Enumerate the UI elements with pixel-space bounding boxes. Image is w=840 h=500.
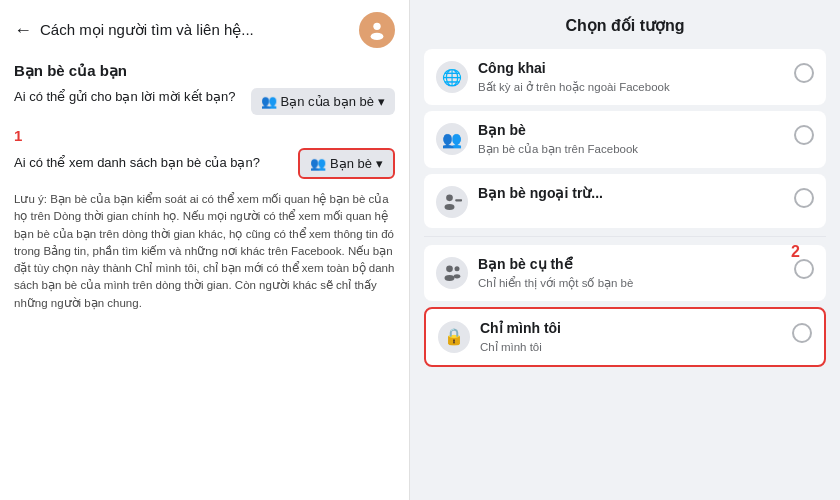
avatar[interactable] [359, 12, 395, 48]
option-public-text: Công khai Bất kỳ ai ở trên hoặc ngoài Fa… [478, 59, 794, 95]
step-badge-1: 1 [14, 127, 22, 144]
radio-friends[interactable] [794, 125, 814, 145]
section-title-friends: Bạn bè của bạn [14, 62, 395, 80]
chevron-down-icon-2: ▾ [376, 156, 383, 171]
option-friends-desc: Bạn bè của bạn trên Facebook [478, 141, 794, 157]
radio-public[interactable] [794, 63, 814, 83]
left-panel: ← Cách mọi người tìm và liên hệ... Bạn b… [0, 0, 410, 500]
svg-point-6 [445, 275, 455, 281]
option-public[interactable]: 🌐 Công khai Bất kỳ ai ở trên hoặc ngoài … [424, 49, 826, 105]
option-friends-text: Bạn bè Bạn bè của bạn trên Facebook [478, 121, 794, 157]
option-only-me-title: Chỉ mình tôi [480, 319, 792, 337]
setting-row-friends-list: Ai có thể xem danh sách bạn bè của bạn? … [14, 148, 395, 179]
radio-specific-friends[interactable] [794, 259, 814, 279]
option-specific-friends-desc: Chỉ hiển thị với một số bạn bè [478, 275, 794, 291]
option-specific-friends[interactable]: Bạn bè cụ thể Chỉ hiển thị với một số bạ… [424, 245, 826, 301]
friends-except-icon [436, 186, 468, 218]
friends-list-dropdown[interactable]: 👥 Bạn bè ▾ [298, 148, 395, 179]
option-public-title: Công khai [478, 59, 794, 77]
globe-icon: 🌐 [436, 61, 468, 93]
svg-point-5 [446, 265, 453, 272]
header-bar: ← Cách mọi người tìm và liên hệ... [14, 12, 395, 48]
svg-point-0 [373, 23, 380, 30]
option-specific-friends-title: Bạn bè cụ thể [478, 255, 794, 273]
row2-btn-label: Bạn bè [330, 156, 372, 171]
friend-request-dropdown[interactable]: 👥 Bạn của bạn bè ▾ [251, 88, 395, 115]
friends-of-friends-icon: 👥 [261, 94, 277, 109]
row1-btn-label: Bạn của bạn bè [281, 94, 374, 109]
panel-title: Chọn đối tượng [424, 16, 826, 35]
option-friends-except[interactable]: Bạn bè ngoại trừ... [424, 174, 826, 228]
svg-point-8 [454, 274, 461, 278]
option-only-me-desc: Chỉ mình tôi [480, 339, 792, 355]
specific-friends-icon [436, 257, 468, 289]
option-only-me[interactable]: 🔒 Chỉ mình tôi Chỉ mình tôi [424, 307, 826, 367]
divider [424, 236, 826, 237]
svg-point-1 [371, 33, 384, 40]
right-panel: Chọn đối tượng 🌐 Công khai Bất kỳ ai ở t… [410, 0, 840, 500]
setting-row-friend-request: Ai có thể gửi cho bạn lời mời kết bạn? 👥… [14, 88, 395, 115]
row1-label: Ai có thể gửi cho bạn lời mời kết bạn? [14, 88, 251, 106]
chevron-down-icon: ▾ [378, 94, 385, 109]
radio-only-me[interactable] [792, 323, 812, 343]
option-friends-except-text: Bạn bè ngoại trừ... [478, 184, 794, 202]
back-arrow-icon[interactable]: ← [14, 20, 32, 41]
friends-list-description: Lưu ý: Bạn bè của bạn kiểm soát ai có th… [14, 191, 395, 312]
svg-point-2 [446, 194, 453, 201]
friends-icon-opt: 👥 [436, 123, 468, 155]
svg-point-7 [455, 266, 460, 271]
step-badge-2: 2 [791, 243, 800, 261]
header-title: Cách mọi người tìm và liên hệ... [40, 21, 359, 39]
option-friends[interactable]: 👥 Bạn bè Bạn bè của bạn trên Facebook [424, 111, 826, 167]
lock-icon: 🔒 [438, 321, 470, 353]
option-friends-title: Bạn bè [478, 121, 794, 139]
svg-point-3 [445, 204, 455, 210]
option-public-desc: Bất kỳ ai ở trên hoặc ngoài Facebook [478, 79, 794, 95]
option-specific-friends-text: Bạn bè cụ thể Chỉ hiển thị với một số bạ… [478, 255, 794, 291]
radio-friends-except[interactable] [794, 188, 814, 208]
row2-label: Ai có thể xem danh sách bạn bè của bạn? [14, 154, 298, 172]
option-friends-except-title: Bạn bè ngoại trừ... [478, 184, 794, 202]
friends-icon: 👥 [310, 156, 326, 171]
option-only-me-text: Chỉ mình tôi Chỉ mình tôi [480, 319, 792, 355]
